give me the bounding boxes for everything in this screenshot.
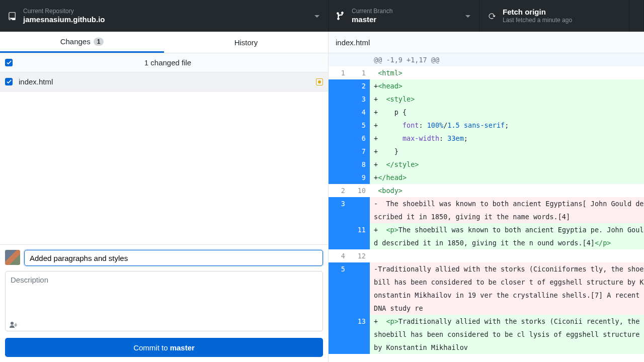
repo-label: Current Repository: [23, 8, 105, 15]
diff-body[interactable]: @@ -1,9 +1,17 @@11 <html>2+<head>3+ <sty…: [329, 53, 644, 362]
chevron-down-icon: [314, 12, 320, 20]
commit-summary-input[interactable]: [24, 250, 323, 266]
chevron-down-icon: [465, 12, 471, 20]
tab-changes-label: Changes: [60, 37, 91, 46]
top-toolbar: Current Repository jamesnasium.github.io…: [0, 0, 644, 32]
branch-name: master: [352, 15, 392, 25]
commit-button-prefix: Commit to: [133, 343, 170, 352]
branch-selector[interactable]: Current Branch master: [329, 0, 479, 32]
fetch-label: Fetch origin: [503, 8, 572, 17]
tab-history-label: History: [234, 38, 258, 47]
modified-indicator-icon: [316, 78, 323, 85]
commit-description-input[interactable]: [5, 271, 323, 331]
left-panel: Changes 1 History 1 changed file index.h…: [0, 32, 329, 362]
file-checkbox[interactable]: [5, 78, 13, 85]
avatar: [5, 250, 20, 265]
diff-filename: index.html: [329, 32, 644, 53]
file-name: index.html: [19, 77, 316, 86]
branch-label: Current Branch: [352, 8, 392, 15]
commit-button-branch: master: [170, 343, 195, 352]
commit-form: Commit to master: [0, 244, 328, 362]
fetch-sub: Last fetched a minute ago: [503, 17, 572, 24]
add-coauthor-icon[interactable]: [9, 321, 17, 330]
changes-count-badge: 1: [94, 38, 104, 46]
select-all-checkbox[interactable]: [5, 59, 13, 66]
branch-icon: [336, 11, 346, 21]
changed-files-header: 1 changed file: [0, 53, 328, 72]
repo-name: jamesnasium.github.io: [23, 15, 105, 25]
fetch-origin-button[interactable]: Fetch origin Last fetched a minute ago: [479, 0, 629, 32]
file-row[interactable]: index.html: [0, 72, 328, 92]
commit-button[interactable]: Commit to master: [5, 338, 323, 357]
repo-selector[interactable]: Current Repository jamesnasium.github.io: [0, 0, 329, 32]
diff-panel: index.html @@ -1,9 +1,17 @@11 <html>2+<h…: [329, 32, 644, 362]
tabs: Changes 1 History: [0, 32, 328, 53]
repo-icon: [7, 11, 17, 21]
topbar-end: [629, 0, 644, 32]
changed-files-count: 1 changed file: [13, 58, 323, 67]
tab-history[interactable]: History: [164, 32, 328, 53]
tab-changes[interactable]: Changes 1: [0, 32, 164, 53]
sync-icon: [487, 11, 497, 21]
